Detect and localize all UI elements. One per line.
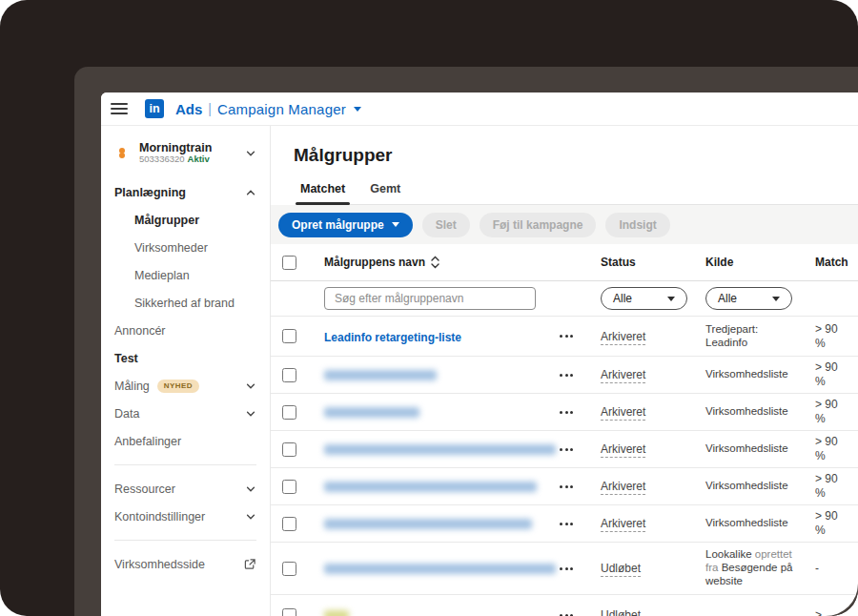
row-checkbox[interactable] <box>282 562 296 576</box>
status-badge[interactable]: Arkiveret <box>601 517 645 532</box>
sidebar-item-label: Data <box>114 407 139 421</box>
row-checkbox[interactable] <box>282 480 296 494</box>
app-switcher[interactable]: in Ads | Campaign Manager <box>145 99 361 118</box>
redacted-audience-name <box>324 519 532 529</box>
match-cell: > 90 % <box>815 509 848 538</box>
status-badge[interactable]: Udløbet <box>601 562 641 577</box>
column-header-status: Status <box>601 256 705 269</box>
chevron-down-icon <box>245 511 256 523</box>
chevron-down-icon <box>392 222 399 227</box>
redacted-audience-name <box>324 407 419 418</box>
row-overflow-menu-icon[interactable] <box>558 564 601 574</box>
external-link-icon <box>244 558 256 570</box>
create-audience-button[interactable]: Opret målgruppe <box>278 213 413 237</box>
slet-button[interactable]: Slet <box>422 213 470 237</box>
hamburger-menu-icon[interactable] <box>111 102 128 115</box>
redacted-audience-name <box>324 444 556 455</box>
search-input[interactable] <box>324 287 536 310</box>
row-overflow-menu-icon[interactable] <box>558 444 601 455</box>
sidebar-item-data[interactable]: Data <box>101 400 270 427</box>
tab-matchet[interactable]: Matchet <box>298 182 347 204</box>
row-overflow-menu-icon[interactable] <box>558 482 601 492</box>
row-overflow-menu-icon[interactable] <box>558 407 601 418</box>
account-id-status: 503336320Aktiv <box>139 154 245 165</box>
sidebar-nav: PlanlægningMålgrupperVirksomhederMediepl… <box>101 178 270 587</box>
redacted-audience-name <box>324 610 349 616</box>
sidebar-item-test[interactable]: Test <box>101 344 270 372</box>
sidebar-divider <box>114 464 256 465</box>
tab-bar: MatchetGemt <box>298 182 858 205</box>
chevron-down-icon <box>245 380 256 392</box>
sidebar-item-m-lgrupper[interactable]: Målgrupper <box>101 206 270 234</box>
redacted-audience-name <box>324 370 437 380</box>
status-badge[interactable]: Udløbet <box>601 608 641 616</box>
new-badge: NYHED <box>157 380 199 393</box>
kilde-cell: Virksomhedsliste <box>705 405 801 419</box>
page-title: Målgrupper <box>294 145 858 166</box>
sidebar-item-label: Annoncér <box>114 324 166 338</box>
sidebar-item-label: Måling <box>114 380 150 393</box>
sidebar-item-sikkerhed-af-brand[interactable]: Sikkerhed af brand <box>101 289 270 317</box>
sidebar-item-label: Planlægning <box>114 186 186 199</box>
sidebar-item-annonc-r[interactable]: Annoncér <box>101 317 270 344</box>
chevron-down-icon <box>245 148 256 159</box>
status-badge[interactable]: Arkiveret <box>601 480 645 495</box>
column-header-name[interactable]: Målgruppens navn <box>324 256 558 269</box>
match-cell: - <box>815 562 848 576</box>
f-j-til-kampagne-button[interactable]: Føj til kampagne <box>480 213 597 237</box>
kilde-filter-dropdown[interactable]: Alle <box>705 287 792 310</box>
audiences-table: Målgruppens navn Status Kilde Match All <box>271 244 858 616</box>
sidebar-item-label: Test <box>114 352 138 365</box>
product-name: Ads <box>175 101 202 117</box>
match-cell: > 90 % <box>815 360 848 389</box>
row-checkbox[interactable] <box>282 442 296 457</box>
row-checkbox[interactable] <box>282 368 296 382</box>
sidebar-item-m-ling[interactable]: MålingNYHED <box>101 372 270 400</box>
sidebar-item-kontoindstillinger[interactable]: Kontoindstillinger <box>101 503 270 530</box>
sidebar-item-label: Sikkerhed af brand <box>134 297 235 310</box>
account-status-badge: Aktiv <box>188 154 210 164</box>
sidebar-item-planl-gning[interactable]: Planlægning <box>101 178 270 206</box>
row-overflow-menu-icon[interactable] <box>558 331 601 341</box>
sort-icon[interactable] <box>430 256 440 269</box>
sidebar-item-virksomheder[interactable]: Virksomheder <box>101 234 270 261</box>
brand-separator: | <box>208 101 212 116</box>
chevron-down-icon <box>245 483 256 495</box>
kilde-cell: Lookalike oprettet fra Besøgende på webs… <box>705 548 801 587</box>
row-checkbox[interactable] <box>282 329 296 343</box>
account-switcher[interactable]: Morningtrain 503336320Aktiv <box>101 137 270 178</box>
status-badge[interactable]: Arkiveret <box>601 330 645 345</box>
status-filter-dropdown[interactable]: Alle <box>601 287 687 310</box>
row-overflow-menu-icon[interactable] <box>558 519 601 529</box>
sidebar-item-label: Anbefalinger <box>114 435 181 448</box>
status-badge[interactable]: Arkiveret <box>601 368 645 383</box>
sidebar-item-label: Målgrupper <box>134 214 199 227</box>
marketing-card: in Ads | Campaign Manager Morningtrain 5… <box>0 0 858 616</box>
status-badge[interactable]: Arkiveret <box>601 442 645 458</box>
sidebar-item-ressourcer[interactable]: Ressourcer <box>101 475 270 503</box>
account-logo-icon <box>114 148 130 158</box>
table-row: ArkiveretVirksomhedsliste> 90 % <box>271 431 858 468</box>
row-overflow-menu-icon[interactable] <box>558 370 601 380</box>
sidebar-item-anbefalinger[interactable]: Anbefalinger <box>101 427 270 455</box>
tab-gemt[interactable]: Gemt <box>368 182 402 204</box>
row-overflow-menu-icon[interactable] <box>558 610 601 616</box>
main-content: Målgrupper MatchetGemt Opret målgruppe S… <box>271 126 858 616</box>
row-checkbox[interactable] <box>282 405 296 420</box>
match-cell: > 90 % <box>815 472 848 501</box>
sidebar-item-medieplan[interactable]: Medieplan <box>101 261 270 289</box>
indsigt-button[interactable]: Indsigt <box>605 213 669 237</box>
table-header-row: Målgruppens navn Status Kilde Match <box>271 244 858 281</box>
table-row: ArkiveretVirksomhedsliste> 90 % <box>271 357 858 394</box>
chevron-down-icon <box>245 408 256 420</box>
audience-name-link[interactable]: Leadinfo retargeting-liste <box>324 331 461 344</box>
row-checkbox[interactable] <box>282 517 296 531</box>
table-row: Udløbet> <box>271 595 858 616</box>
table-row: ArkiveretVirksomhedsliste> 90 % <box>271 394 858 431</box>
status-badge[interactable]: Arkiveret <box>601 405 645 421</box>
column-header-kilde: Kilde <box>705 256 815 269</box>
row-checkbox[interactable] <box>282 608 296 616</box>
select-all-checkbox[interactable] <box>282 256 296 270</box>
sidebar-item-virksomhedsside[interactable]: Virksomhedsside <box>101 550 270 578</box>
kilde-cell: Tredjepart: Leadinfo <box>705 323 801 350</box>
